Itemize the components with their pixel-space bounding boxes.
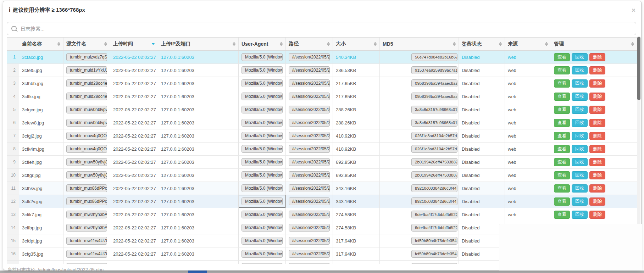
- md5-badge[interactable]: 2b0199426eff47503887: [411, 158, 457, 166]
- recycle-button[interactable]: 回收: [572, 132, 588, 140]
- path-badge[interactable]: /i/session/2022/05/22/3: [289, 171, 330, 179]
- md5-badge[interactable]: 3a3c8d3157c96668c01: [411, 106, 457, 113]
- md5-badge[interactable]: 6de4ba4f17dbbbffb6f22: [411, 211, 457, 218]
- md5-badge[interactable]: fcf59b89b4b73defe354: [411, 250, 457, 258]
- delete-button[interactable]: 删除: [589, 119, 605, 127]
- md5-badge[interactable]: 09b8396ba394aaec8aa: [411, 93, 457, 100]
- md5-badge[interactable]: 026f1e3ad3104e2b57d: [411, 132, 457, 140]
- recycle-button[interactable]: 回收: [572, 184, 588, 193]
- delete-button[interactable]: 删除: [589, 184, 605, 193]
- view-button[interactable]: 查看: [554, 93, 570, 101]
- user-agent-badge[interactable]: Mozilla/5.0 (Windows N: [242, 145, 283, 153]
- table-row[interactable]: 12 3cfk2v.jpg tumblr_mux86dPPcy1r2 2022-…: [7, 195, 637, 208]
- column-header-md5[interactable]: MD5: [380, 38, 459, 50]
- user-agent-badge[interactable]: Mozilla/5.0 (Windows N: [242, 171, 283, 179]
- user-agent-badge[interactable]: Mozilla/5.0 (Windows N: [242, 197, 283, 205]
- path-badge[interactable]: /i/session/2022/05/22/3: [289, 145, 330, 153]
- source-filename-badge[interactable]: tumblr_mw11w4U7QY1: [66, 237, 107, 245]
- md5-badge[interactable]: 09b8396ba394aaec8aa: [411, 79, 457, 87]
- path-badge[interactable]: /i/session/2022/05/22/3: [289, 106, 330, 113]
- view-button[interactable]: 查看: [554, 197, 570, 206]
- path-badge[interactable]: /i/session/2022/05/22/3: [289, 93, 330, 100]
- user-agent-badge[interactable]: [242, 263, 283, 264]
- scrollbar-thumb[interactable]: [637, 37, 640, 100]
- column-header-porn-status[interactable]: 鉴黄状态: [459, 38, 505, 50]
- view-button[interactable]: 查看: [554, 211, 570, 219]
- source-filename-badge[interactable]: tumblr_mw11w4U7QY1: [66, 250, 107, 258]
- table-row[interactable]: 2 3cfet5.jpg tumblr_muld1vYxU11r2 2022-0…: [7, 64, 637, 77]
- recycle-button[interactable]: 回收: [572, 145, 588, 153]
- table-row[interactable]: 8 3cfk4m.jpg tumblr_muw4g0QOf91r 2022-05…: [7, 143, 637, 156]
- table-row[interactable]: 11 3cfhsv.jpg tumblr_mux86dPPcy1r2 2022-…: [7, 182, 637, 195]
- table-row[interactable]: 4 3cffkr.jpg tumblr_muld28oc4e1r2 2022-0…: [7, 90, 637, 103]
- recycle-button[interactable]: 回收: [572, 66, 588, 74]
- view-button[interactable]: 查看: [554, 53, 570, 61]
- recycle-button[interactable]: 回收: [572, 171, 588, 179]
- view-button[interactable]: 查看: [554, 119, 570, 127]
- recycle-button[interactable]: 回收: [572, 211, 588, 219]
- source-filename-badge[interactable]: tumblr_muw0nblvpv1r2: [66, 106, 107, 113]
- delete-button[interactable]: 删除: [589, 79, 605, 88]
- user-agent-badge[interactable]: Mozilla/5.0 (Windows N: [242, 237, 283, 245]
- user-agent-badge[interactable]: Mozilla/5.0 (Windows N: [242, 119, 283, 127]
- column-header-source-file[interactable]: 源文件名: [63, 38, 110, 50]
- table-row[interactable]: 5 3cfgcc.jpg tumblr_muw0nblvpv1r2 2022-0…: [7, 103, 637, 116]
- table-row[interactable]: 10 3cffgr.jpg tumblr_muw50y8vj81r2 2022-…: [7, 169, 637, 182]
- close-icon[interactable]: ×: [632, 7, 635, 13]
- delete-button[interactable]: 删除: [589, 158, 605, 166]
- user-agent-badge[interactable]: Mozilla/5.0 (Windows N: [242, 79, 283, 87]
- recycle-button[interactable]: 回收: [572, 158, 588, 166]
- user-agent-badge[interactable]: Mozilla/5.0 (Windows N: [242, 132, 283, 140]
- source-filename-badge[interactable]: tumblr_mux86dPPcy1r2: [66, 184, 107, 192]
- source-filename-badge[interactable]: tumblr_muw50y8vj81r2: [66, 171, 107, 179]
- delete-button[interactable]: 删除: [589, 197, 605, 206]
- recycle-button[interactable]: 回收: [572, 119, 588, 127]
- source-filename-badge[interactable]: tumblr_mw2hyh3bA11r: [66, 211, 107, 218]
- source-filename-badge[interactable]: tumblr_muw0nblvpv1r2: [66, 119, 107, 127]
- source-filename-badge[interactable]: tumblr_mw2hyh3bA11r: [66, 224, 107, 232]
- source-filename-badge[interactable]: tumblr_mux86dPPcy1r2: [66, 197, 107, 205]
- path-badge[interactable]: /i/session/2022/05/22/3: [289, 158, 330, 166]
- delete-button[interactable]: 删除: [589, 106, 605, 114]
- delete-button[interactable]: 删除: [589, 93, 605, 101]
- source-filename-badge[interactable]: tumblr_muizvdz7qS1r2: [66, 53, 107, 61]
- source-filename-badge[interactable]: [66, 263, 107, 264]
- view-button[interactable]: 查看: [554, 79, 570, 88]
- path-badge[interactable]: [289, 263, 330, 264]
- user-agent-badge[interactable]: Mozilla/5.0 (Windows N: [242, 53, 283, 61]
- path-badge[interactable]: /i/session/2022/05/22/3: [289, 250, 330, 258]
- path-badge[interactable]: /i/session/2022/05/22/3: [289, 132, 330, 140]
- delete-button[interactable]: 删除: [589, 132, 605, 140]
- view-button[interactable]: 查看: [554, 132, 570, 140]
- view-button[interactable]: 查看: [554, 106, 570, 114]
- md5-badge[interactable]: 89210c083842d6c3f44: [411, 184, 457, 192]
- md5-badge[interactable]: 6de4ba4f17dbbbffb6f22: [411, 224, 457, 232]
- delete-button[interactable]: 删除: [589, 211, 605, 219]
- search-input[interactable]: [20, 26, 632, 32]
- path-badge[interactable]: /i/session/2022/05/22/3: [289, 211, 330, 218]
- column-header-user-agent[interactable]: User-Agent: [239, 38, 286, 50]
- view-button[interactable]: 查看: [554, 145, 570, 153]
- column-header-current-name[interactable]: 当前名称: [19, 38, 63, 50]
- path-badge[interactable]: /i/session/2022/05/22/3: [289, 184, 330, 192]
- source-filename-badge[interactable]: tumblr_muw4g0QOf91r: [66, 132, 107, 140]
- md5-badge[interactable]: 2b0199426eff47503887: [411, 171, 457, 179]
- column-header-upload-ip[interactable]: 上传IP及端口: [158, 38, 239, 50]
- delete-button[interactable]: 删除: [589, 145, 605, 153]
- path-badge[interactable]: /i/session/2022/05/22/3: [289, 53, 330, 61]
- source-filename-badge[interactable]: tumblr_muw4g0QOf91r: [66, 145, 107, 153]
- source-filename-badge[interactable]: tumblr_muld28oc4e1r2: [66, 93, 107, 100]
- user-agent-badge[interactable]: Mozilla/5.0 (Windows N: [242, 211, 283, 218]
- table-row[interactable]: 1 3cfacd.jpg tumblr_muizvdz7qS1r2 2022-0…: [7, 51, 637, 64]
- column-header-path[interactable]: 路径: [286, 38, 333, 50]
- table-row[interactable]: 6 3cfew8.jpg tumblr_muw0nblvpv1r2 2022-0…: [7, 116, 637, 129]
- path-badge[interactable]: /i/session/2022/05/22/3: [289, 79, 330, 87]
- view-button[interactable]: 查看: [554, 66, 570, 74]
- table-row[interactable]: 9 3cfieh.jpg tumblr_muw50y8vj81r2 2022-0…: [7, 156, 637, 169]
- source-filename-badge[interactable]: tumblr_muld28oc4e1r2: [66, 79, 107, 87]
- path-badge[interactable]: /i/session/2022/05/22/3: [289, 119, 330, 127]
- md5-badge[interactable]: 3a3c8d3157c96668c01: [411, 119, 457, 127]
- recycle-button[interactable]: 回收: [572, 197, 588, 206]
- md5-badge[interactable]: 91537ea9259d99ac7a1: [411, 66, 457, 74]
- table-row[interactable]: 7 3cfgj2.jpg tumblr_muw4g0QOf91r 2022-05…: [7, 129, 637, 143]
